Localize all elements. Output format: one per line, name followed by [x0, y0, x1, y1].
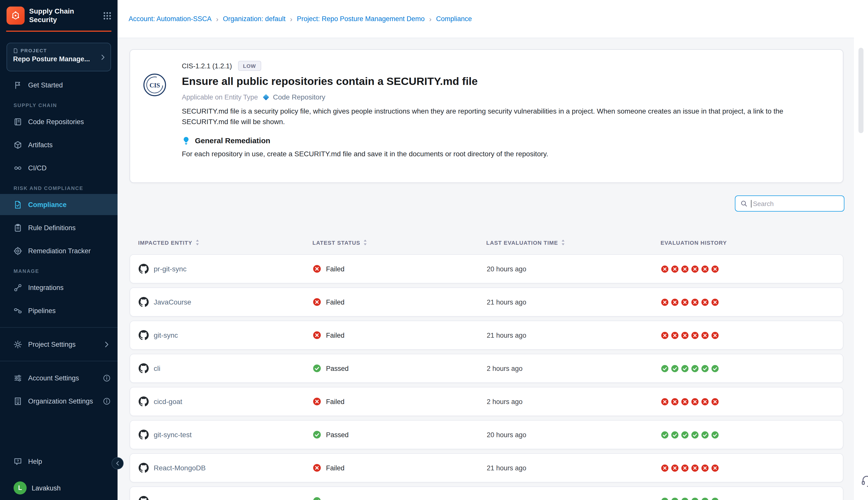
- column-impacted-entity[interactable]: IMPACTED ENTITY: [138, 239, 312, 246]
- passed-history-icon[interactable]: [711, 431, 719, 439]
- sidebar-item-integrations[interactable]: Integrations: [0, 277, 117, 298]
- sidebar-item-pipelines[interactable]: Pipelines: [0, 300, 117, 321]
- module-switcher-icon[interactable]: [103, 11, 112, 20]
- sidebar-collapse-button[interactable]: [112, 457, 124, 469]
- failed-history-icon[interactable]: [691, 398, 699, 405]
- failed-history-icon[interactable]: [691, 331, 699, 339]
- column-latest-status[interactable]: LATEST STATUS: [312, 239, 486, 246]
- scrollbar-thumb[interactable]: [858, 48, 864, 133]
- failed-history-icon[interactable]: [701, 464, 709, 471]
- failed-history-icon[interactable]: [701, 398, 709, 405]
- sidebar-item-get-started[interactable]: Get Started: [0, 75, 117, 95]
- failed-history-icon[interactable]: [681, 298, 689, 306]
- sidebar-item-organization-settings[interactable]: Organization Settings: [0, 390, 117, 411]
- entity-name[interactable]: pr-git-sync: [154, 265, 187, 273]
- table-row[interactable]: cicd-goatFailed2 hours ago: [130, 387, 843, 416]
- app-logo[interactable]: [7, 7, 25, 25]
- entity-name[interactable]: cli: [154, 364, 160, 372]
- failed-history-icon[interactable]: [711, 464, 719, 471]
- sort-icon[interactable]: [363, 239, 367, 246]
- failed-history-icon[interactable]: [691, 265, 699, 273]
- project-selector[interactable]: PROJECT Repo Posture Manage...: [7, 43, 111, 71]
- breadcrumb-link[interactable]: Organization: default: [223, 15, 286, 23]
- passed-history-icon[interactable]: [661, 497, 669, 500]
- entity-name[interactable]: cicd-goat: [154, 397, 182, 406]
- passed-history-icon[interactable]: [691, 431, 699, 439]
- failed-history-icon[interactable]: [681, 331, 689, 339]
- entity-name[interactable]: git-sync: [154, 331, 178, 339]
- sidebar-item-help[interactable]: Help: [0, 451, 117, 472]
- passed-history-icon[interactable]: [661, 365, 669, 372]
- failed-history-icon[interactable]: [671, 331, 679, 339]
- passed-history-icon[interactable]: [671, 431, 679, 439]
- failed-history-icon[interactable]: [661, 464, 669, 471]
- failed-history-icon[interactable]: [661, 298, 669, 306]
- failed-history-icon[interactable]: [701, 265, 709, 273]
- failed-history-icon[interactable]: [671, 464, 679, 471]
- info-icon[interactable]: [103, 397, 111, 405]
- passed-history-icon[interactable]: [711, 365, 719, 372]
- sort-icon[interactable]: [561, 239, 565, 246]
- search-input[interactable]: [753, 200, 839, 207]
- table-row[interactable]: React-MongoDBFailed21 hours ago: [130, 453, 843, 482]
- passed-history-icon[interactable]: [711, 497, 719, 500]
- table-row[interactable]: pr-git-syncFailed20 hours ago: [130, 254, 843, 283]
- failed-history-icon[interactable]: [711, 331, 719, 339]
- passed-history-icon[interactable]: [671, 497, 679, 500]
- sidebar-item-rule-definitions[interactable]: Rule Definitions: [0, 217, 117, 238]
- sidebar-item-compliance[interactable]: Compliance: [0, 194, 117, 215]
- passed-history-icon[interactable]: [681, 497, 689, 500]
- avatar[interactable]: L: [14, 481, 27, 495]
- scrollbar-track[interactable]: [854, 0, 868, 500]
- breadcrumb-link[interactable]: Project: Repo Posture Management Demo: [297, 15, 425, 23]
- table-row[interactable]: git-sync-testPassed20 hours ago: [130, 420, 843, 449]
- passed-history-icon[interactable]: [681, 365, 689, 372]
- sidebar-item-remediation-tracker[interactable]: Remediation Tracker: [0, 240, 117, 261]
- breadcrumb-link[interactable]: Compliance: [436, 15, 472, 23]
- sidebar-item-artifacts[interactable]: Artifacts: [0, 134, 117, 155]
- table-row[interactable]: JavaCourseFailed21 hours ago: [130, 287, 843, 317]
- failed-history-icon[interactable]: [661, 398, 669, 405]
- table-row[interactable]: [130, 486, 843, 500]
- support-icon[interactable]: [860, 474, 868, 487]
- failed-history-icon[interactable]: [661, 331, 669, 339]
- sidebar-item-cicd[interactable]: CI/CD: [0, 157, 117, 178]
- failed-history-icon[interactable]: [711, 298, 719, 306]
- failed-history-icon[interactable]: [691, 464, 699, 471]
- sidebar-item-project-settings[interactable]: Project Settings: [0, 334, 117, 355]
- entity-type-chip[interactable]: Code Repository: [263, 93, 325, 101]
- sort-icon[interactable]: [195, 239, 199, 246]
- failed-history-icon[interactable]: [681, 265, 689, 273]
- info-icon[interactable]: [103, 374, 111, 382]
- failed-history-icon[interactable]: [661, 265, 669, 273]
- entity-name[interactable]: React-MongoDB: [154, 464, 206, 472]
- user-row[interactable]: L Lavakush: [0, 478, 117, 500]
- failed-history-icon[interactable]: [681, 398, 689, 405]
- failed-history-icon[interactable]: [681, 464, 689, 471]
- passed-history-icon[interactable]: [701, 431, 709, 439]
- passed-history-icon[interactable]: [691, 497, 699, 500]
- entity-name[interactable]: JavaCourse: [154, 298, 191, 306]
- failed-history-icon[interactable]: [711, 398, 719, 405]
- failed-history-icon[interactable]: [701, 298, 709, 306]
- passed-history-icon[interactable]: [671, 365, 679, 372]
- failed-history-icon[interactable]: [691, 298, 699, 306]
- passed-history-icon[interactable]: [681, 431, 689, 439]
- failed-history-icon[interactable]: [671, 298, 679, 306]
- breadcrumb-link[interactable]: Account: Automation-SSCA: [129, 15, 211, 23]
- failed-history-icon[interactable]: [711, 265, 719, 273]
- failed-history-icon[interactable]: [671, 265, 679, 273]
- passed-history-icon[interactable]: [661, 431, 669, 439]
- passed-history-icon[interactable]: [701, 365, 709, 372]
- sidebar-item-account-settings[interactable]: Account Settings: [0, 367, 117, 388]
- nav-label: Project Settings: [28, 340, 76, 348]
- failed-history-icon[interactable]: [671, 398, 679, 405]
- column-last-evaluation-time[interactable]: LAST EVALUATION TIME: [486, 239, 661, 246]
- failed-history-icon[interactable]: [701, 331, 709, 339]
- passed-history-icon[interactable]: [691, 365, 699, 372]
- table-row[interactable]: git-syncFailed21 hours ago: [130, 321, 843, 350]
- sidebar-item-code-repositories[interactable]: Code Repositories: [0, 111, 117, 132]
- passed-history-icon[interactable]: [701, 497, 709, 500]
- table-row[interactable]: cliPassed2 hours ago: [130, 354, 843, 383]
- entity-name[interactable]: git-sync-test: [154, 431, 192, 439]
